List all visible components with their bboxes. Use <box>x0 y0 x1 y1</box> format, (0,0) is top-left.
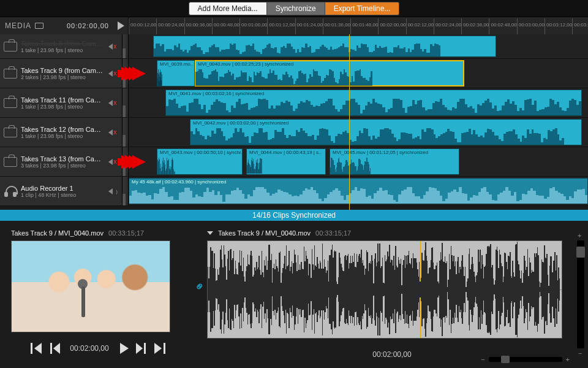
zoom-out-label[interactable]: − <box>481 356 484 363</box>
prev-clip-button[interactable] <box>31 343 42 354</box>
mute-button[interactable]: x <box>108 42 118 52</box>
detail-video-title: Takes Track 9 / MVI_0040.mov <box>11 229 104 237</box>
detail-audio-title: Takes Track 9 / MVI_0040.mov <box>218 229 311 237</box>
ruler-tick: 00:01:48,00 <box>350 18 378 34</box>
ruler-tick: 00:01:12,00 <box>267 18 295 34</box>
clip-label: MVI_0044.mov | 00:00:43;19 | s.. <box>249 150 323 155</box>
track-row: Takes Track 9 (from Camera 2)2 takes | 2… <box>0 59 588 88</box>
ruler-tick: 00:02:48,00 <box>489 18 516 34</box>
horizontal-zoom-slider[interactable]: − + <box>481 356 570 363</box>
detail-video-timecode: 00:33:15;17 <box>108 229 144 237</box>
track-header[interactable]: Takes Track 11 (from Camera 2)1 take | 2… <box>0 88 129 117</box>
camera-icon <box>4 128 17 137</box>
add-media-button[interactable]: Add More Media... <box>189 2 267 15</box>
headphones-icon <box>4 186 17 197</box>
track-lane[interactable]: MVI_0039.mo..MVI_0040.mov | 00:02:25;23 … <box>129 59 588 88</box>
clip-label: MVI_0042.mov | 00:03:02;00 | synchronize… <box>193 120 579 126</box>
volume-slider[interactable] <box>122 177 126 205</box>
time-ruler[interactable]: 00:00:12,0000:00:24,0000:00:36,0000:00:4… <box>129 17 588 34</box>
clip[interactable]: MVI_0044.mov | 00:00:43;19 | s.. <box>246 148 326 175</box>
clip[interactable] <box>153 36 496 57</box>
track-lane[interactable]: MVI_0041.mov | 00:03:02;16 | synchronize… <box>129 88 588 117</box>
step-back-button[interactable] <box>50 343 59 354</box>
annotation-arrow-icon <box>132 67 146 80</box>
track-lane[interactable]: MVI_0043.mov | 00:00:50;10 | synchr..MVI… <box>129 147 588 176</box>
ruler-tick: 00:00:48,00 <box>212 18 239 34</box>
volume-slider[interactable] <box>122 88 126 117</box>
track-meta: 1 take | 23.98 fps | stereo <box>21 47 105 53</box>
volume-slider[interactable] <box>122 147 126 176</box>
volume-slider[interactable] <box>122 34 126 58</box>
chevron-down-icon[interactable] <box>207 231 213 235</box>
clip[interactable]: MVI_0040.mov | 00:02:25;23 | synchronize… <box>195 60 464 86</box>
sync-status-bar: 14/16 Clips Synchronized <box>0 210 588 221</box>
clip-detail-panel: Takes Track 9 / MVI_0040.mov 00:33:15;17… <box>0 221 588 368</box>
ruler-tick: 00:03:00,00 <box>517 18 545 34</box>
track-meta: 1 take | 23.98 fps | stereo <box>21 104 105 110</box>
track-header[interactable]: Takes Track 8 (from Camera 2)1 take | 23… <box>0 34 129 58</box>
clip-label: MVI_0040.mov | 00:02:25;23 | synchronize… <box>198 61 461 67</box>
volume-slider[interactable] <box>122 59 126 88</box>
clip[interactable]: MVI_0042.mov | 00:03:02;00 | synchronize… <box>190 119 582 145</box>
ruler-tick: 00:03:12,00 <box>545 18 572 34</box>
clip[interactable]: MVI_0045.mov | 00:01:12;05 | synchronize… <box>330 148 459 175</box>
ruler-tick: 00:03:24,00 <box>572 18 588 34</box>
video-preview-thumbnail[interactable] <box>11 240 170 332</box>
video-transport-timecode: 00:02:00,00 <box>70 344 108 353</box>
playhead-timecode: 00:02:00,00 <box>67 22 109 29</box>
detail-audio-timecode: 00:33:15;17 <box>315 229 351 237</box>
track-row: Takes Track 13 (from Camera 2)3 takes | … <box>0 147 588 177</box>
media-label: MEDIA <box>5 21 31 30</box>
clip-label: My 45 48k.aif | 00:02:43.960 | synchroni… <box>132 179 585 185</box>
mute-button[interactable]: x <box>108 69 118 79</box>
clip[interactable]: My 45 48k.aif | 00:02:43.960 | synchroni… <box>129 178 588 204</box>
volume-slider[interactable] <box>122 118 126 147</box>
play-button[interactable] <box>118 21 124 30</box>
monitor-icon[interactable] <box>35 23 43 29</box>
track-lane[interactable]: MVI_0042.mov | 00:03:02;00 | synchronize… <box>129 118 588 147</box>
mute-button[interactable]: x <box>108 157 118 167</box>
audio-waveform-view[interactable] <box>207 240 562 339</box>
clip-label: MVI_0039.mo.. <box>160 61 192 67</box>
step-forward-button[interactable] <box>137 343 146 354</box>
zoom-in-label[interactable]: + <box>566 356 570 363</box>
camera-icon <box>4 69 17 79</box>
clip[interactable]: MVI_0041.mov | 00:03:02;16 | synchronize… <box>165 90 582 116</box>
tracks-area: Takes Track 8 (from Camera 2)1 take | 23… <box>0 34 588 210</box>
ruler-tick: 00:01:24,00 <box>295 18 323 34</box>
annotation-arrow-icon <box>132 155 146 169</box>
track-header[interactable]: Takes Track 12 (from Camera 2)1 take | 2… <box>0 118 129 147</box>
video-transport: 00:02:00,00 <box>11 337 185 359</box>
mute-button[interactable]: ﹚ <box>108 186 118 196</box>
clip-label: MVI_0041.mov | 00:03:02;16 | synchronize… <box>168 91 579 96</box>
track-header[interactable]: Takes Track 13 (from Camera 2)3 takes | … <box>0 147 129 176</box>
camera-icon <box>4 98 17 108</box>
ruler-tick: 00:00:12,00 <box>129 18 156 34</box>
export-timeline-button[interactable]: Export Timeline... <box>325 2 400 15</box>
track-meta: 1 take | 23.98 fps | stereo <box>21 133 105 139</box>
timeline-header: MEDIA 00:02:00,00 00:00:12,0000:00:24,00… <box>0 17 588 34</box>
clip[interactable]: MVI_0039.mo.. <box>157 60 195 86</box>
track-title: Takes Track 8 (from Camera 2) <box>21 40 105 47</box>
track-header[interactable]: Audio Recorder 11 clip | 48 KHz | stereo… <box>0 177 129 205</box>
mute-button[interactable]: x <box>108 128 118 137</box>
synchronize-button[interactable]: Synchronize <box>267 2 325 15</box>
track-meta: 1 clip | 48 KHz | stereo <box>21 192 105 198</box>
mute-button[interactable]: x <box>108 98 118 108</box>
clip[interactable]: MVI_0043.mov | 00:00:50;10 | synchr.. <box>157 148 243 175</box>
track-lane[interactable]: My 45 48k.aif | 00:02:43.960 | synchroni… <box>129 177 588 205</box>
track-title: Takes Track 9 (from Camera 2) <box>21 67 105 74</box>
play-video-button[interactable] <box>120 343 129 354</box>
ruler-tick: 00:01:36,00 <box>323 18 350 34</box>
track-lane[interactable] <box>129 34 588 58</box>
vertical-zoom-slider[interactable] <box>577 240 584 348</box>
track-meta: 2 takes | 23.98 fps | stereo <box>21 74 105 80</box>
ruler-tick: 00:02:12,00 <box>406 18 434 34</box>
track-title: Takes Track 11 (from Camera 2) <box>21 96 105 104</box>
track-header[interactable]: Takes Track 9 (from Camera 2)2 takes | 2… <box>0 59 129 88</box>
clip-label: MVI_0043.mov | 00:00:50;10 | synchr.. <box>160 150 239 155</box>
ruler-tick: 00:02:00,00 <box>378 18 405 34</box>
ruler-tick: 00:00:24,00 <box>156 18 184 34</box>
track-title: Takes Track 13 (from Camera 2) <box>21 155 105 163</box>
next-clip-button[interactable] <box>154 343 165 354</box>
